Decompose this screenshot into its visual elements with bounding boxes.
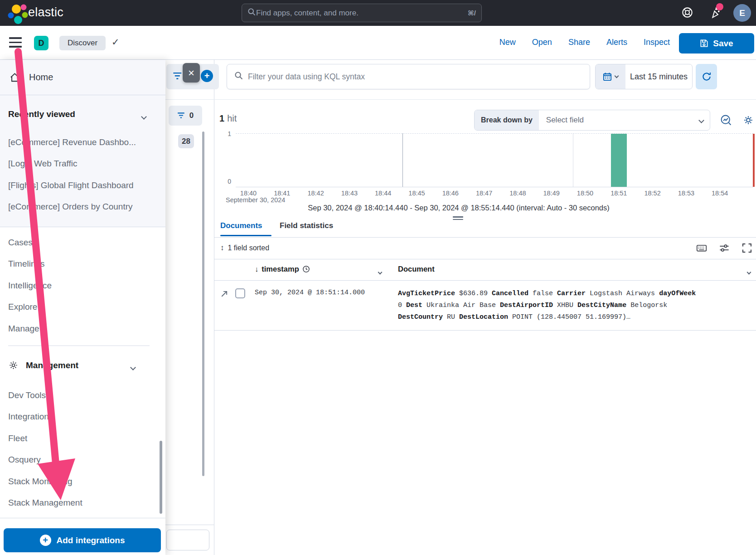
sort-icon: ↕ <box>220 243 224 253</box>
add-integrations-button[interactable]: + Add integrations <box>4 528 161 552</box>
timestamp-column-label: timestamp <box>262 265 299 273</box>
keyboard-shortcuts-icon[interactable] <box>696 243 707 255</box>
nav-item-solution-intelligence[interactable]: Intelligence <box>0 275 165 297</box>
management-links-list: Dev ToolsIntegrationsFleetOsqueryStack M… <box>0 385 165 514</box>
time-range-picker[interactable]: Last 15 minutes <box>595 64 693 89</box>
gear-icon <box>8 360 19 370</box>
filter-count: 0 <box>189 111 194 120</box>
select-document-checkbox[interactable] <box>235 288 245 298</box>
nav-item-solution-cases[interactable]: Cases <box>0 232 165 253</box>
fullscreen-icon[interactable] <box>741 243 752 255</box>
toolbar-link-alerts[interactable]: Alerts <box>606 38 627 47</box>
nav-item-management-fleet[interactable]: Fleet <box>0 428 165 449</box>
nav-item-management-stack-management[interactable]: Stack Management <box>0 492 165 514</box>
field-filters-button[interactable]: 0 <box>169 106 202 126</box>
chart-options-gear-icon[interactable] <box>742 114 754 126</box>
navigation-drawer: Home Recently viewed [eCommerce] Revenue… <box>0 60 165 555</box>
breakdown-select[interactable]: Select field <box>539 110 699 130</box>
nav-item-recent--flights-global-flight-dashboard[interactable]: [Flights] Global Flight Dashboard <box>0 175 165 196</box>
doc-field-value: Logstash Airways <box>586 290 659 297</box>
column-header-document[interactable]: Document <box>398 265 435 273</box>
refresh-button[interactable] <box>696 64 717 89</box>
breadcrumb-discover-button[interactable]: Discover <box>59 36 106 50</box>
nav-item-recent--ecommerce-revenue-dashbo-[interactable]: [eCommerce] Revenue Dashbo... <box>0 131 165 153</box>
toolbar-link-inspect[interactable]: Inspect <box>644 38 670 47</box>
nav-section-recently-viewed[interactable]: Recently viewed <box>8 109 75 119</box>
breakdown-label: Break down by <box>475 110 539 130</box>
divider <box>0 227 165 227</box>
nav-item-solution-explore[interactable]: Explore <box>0 297 165 318</box>
doc-field-name: DestAirportID <box>500 302 553 309</box>
global-search[interactable]: ⌘/ <box>242 4 482 22</box>
kql-query-bar[interactable] <box>227 64 590 89</box>
home-icon <box>10 72 20 83</box>
doc-field-name: DestCityName <box>577 302 626 309</box>
add-field-button[interactable]: + <box>201 70 213 82</box>
doc-field-value: POINT (128.445007 51.169997)… <box>508 313 630 321</box>
user-avatar[interactable]: E <box>733 4 751 22</box>
nav-item-management-osquery[interactable]: Osquery <box>0 449 165 471</box>
display-options-icon[interactable] <box>719 243 730 255</box>
panel-resize-handle[interactable] <box>453 216 463 221</box>
x-axis-tick: 18:48 <box>503 190 532 197</box>
nav-item-solution-timelines[interactable]: Timelines <box>0 253 165 275</box>
nav-item-recent--logs-web-traffic[interactable]: [Logs] Web Traffic <box>0 153 165 175</box>
nav-scrollbar[interactable] <box>160 441 162 514</box>
nav-item-management-integrations[interactable]: Integrations <box>0 406 165 428</box>
chevron-down-icon[interactable] <box>142 112 146 121</box>
doc-field-value: Ukrainka Air Base <box>422 302 500 309</box>
document-table-row[interactable]: Sep 30, 2024 @ 18:51:14.000 AvgTicketPri… <box>214 281 756 331</box>
filter-icon[interactable] <box>173 71 183 81</box>
tab-field-statistics[interactable]: Field statistics <box>280 221 333 230</box>
doc-field-name: dayOfWeek <box>659 290 696 297</box>
tab-documents[interactable]: Documents <box>220 221 262 230</box>
column-header-timestamp[interactable]: ↓ timestamp <box>255 265 310 273</box>
nav-item-home[interactable]: Home <box>0 67 165 87</box>
time-range-value[interactable]: Last 15 minutes <box>625 64 692 89</box>
x-axis-tick: 18:52 <box>638 190 667 197</box>
document-column-menu-icon[interactable] <box>747 268 751 276</box>
field-search-input[interactable] <box>166 530 209 550</box>
toolbar-actions: NewOpenShareAlertsInspect <box>499 38 670 47</box>
documents-grid-toolbar: ↕ 1 field sorted <box>214 238 756 259</box>
global-header: elastic ⌘/ E <box>0 0 756 26</box>
histogram-bar[interactable] <box>611 134 627 187</box>
space-avatar[interactable]: D <box>34 36 48 50</box>
doc-field-value: $636.89 <box>455 290 492 297</box>
divider <box>165 99 756 100</box>
hits-count: 1hit <box>219 113 237 124</box>
doc-field-name: DestCountry <box>398 313 443 321</box>
hits-unit: hit <box>227 113 237 123</box>
save-button[interactable]: Save <box>679 33 754 54</box>
kql-input[interactable] <box>248 72 582 82</box>
nav-home-label: Home <box>29 72 53 83</box>
fields-scrollbar[interactable] <box>202 131 204 476</box>
saved-state-check-icon: ✓ <box>111 37 120 48</box>
menu-hamburger-icon[interactable] <box>9 37 22 49</box>
toolbar-link-share[interactable]: Share <box>568 38 590 47</box>
gridline-vertical-light <box>573 133 573 187</box>
elastic-logo-icon[interactable] <box>6 2 28 24</box>
date-picker-menu[interactable] <box>596 64 625 89</box>
nav-item-management-stack-monitoring[interactable]: Stack Monitoring <box>0 471 165 492</box>
sort-fields-button[interactable]: ↕ 1 field sorted <box>220 243 269 253</box>
expand-document-icon[interactable] <box>220 290 228 300</box>
help-icon[interactable] <box>681 6 694 19</box>
nav-item-solution-manage[interactable]: Manage <box>0 318 165 340</box>
chevron-down-icon[interactable] <box>131 363 135 371</box>
toolbar-link-new[interactable]: New <box>499 38 516 47</box>
toolbar-link-open[interactable]: Open <box>532 38 552 47</box>
x-axis-tick: 18:44 <box>368 190 397 197</box>
y-axis-label-min: 0 <box>222 178 231 185</box>
x-axis-tick: 18:51 <box>604 190 633 197</box>
close-icon[interactable]: × <box>183 63 200 83</box>
edit-visualization-icon[interactable] <box>720 114 732 126</box>
doc-field-value: RU <box>443 313 459 321</box>
nav-item-management-dev-tools[interactable]: Dev Tools <box>0 385 165 406</box>
doc-field-value: XHBU <box>553 302 577 309</box>
recently-viewed-title: Recently viewed <box>8 109 75 119</box>
nav-section-management[interactable]: Management <box>8 360 78 370</box>
global-search-input[interactable] <box>256 9 468 18</box>
timestamp-column-menu-icon[interactable] <box>378 268 382 276</box>
nav-item-recent--ecommerce-orders-by-country[interactable]: [eCommerce] Orders by Country <box>0 196 165 218</box>
